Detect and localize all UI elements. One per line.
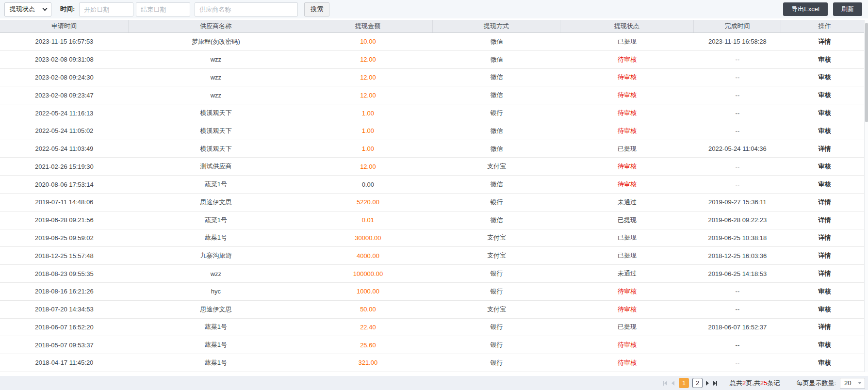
page-button-2[interactable]: 2: [692, 378, 703, 388]
action-link[interactable]: 审核: [781, 301, 868, 318]
cell-supplier: wzz: [129, 69, 303, 86]
cell-amount: 12.00: [303, 86, 433, 104]
cell-supplier: 思途伊文思: [129, 301, 303, 318]
action-link[interactable]: 审核: [781, 176, 868, 193]
action-link[interactable]: 审核: [781, 354, 868, 372]
action-link[interactable]: 审核: [781, 158, 868, 175]
cell-apply-time: 2018-12-25 15:57:48: [0, 247, 129, 264]
cell-supplier: 蔬菜1号: [129, 211, 303, 229]
page-buttons: 12: [679, 378, 706, 388]
action-link[interactable]: 审核: [781, 104, 868, 122]
column-header-finish-time: 完成时间: [694, 20, 781, 32]
action-link[interactable]: 详情: [781, 140, 868, 158]
table-row: 2022-05-24 11:05:02横溪观天下1.00微信待审核--审核: [0, 122, 868, 140]
table-row: 2018-06-07 16:52:20蔬菜1号22.40银行已提现2018-06…: [0, 319, 868, 337]
end-date-input[interactable]: [136, 2, 190, 16]
cell-amount: 0.01: [303, 211, 433, 229]
cell-apply-time: 2019-06-28 09:21:56: [0, 211, 129, 229]
action-link[interactable]: 详情: [781, 265, 868, 282]
cell-apply-time: 2018-05-07 09:53:37: [0, 336, 129, 354]
table-row: 2023-02-08 09:24:30wzz12.00微信待审核--审核: [0, 69, 868, 87]
cell-amount: 12.00: [303, 69, 433, 86]
action-link[interactable]: 审核: [781, 283, 868, 300]
table-row: 2019-06-25 09:59:02蔬菜1号30000.00支付宝已提现201…: [0, 229, 868, 247]
cell-method: 支付宝: [433, 158, 560, 175]
last-page-icon[interactable]: [713, 381, 717, 386]
action-link[interactable]: 详情: [781, 33, 868, 50]
action-link[interactable]: 审核: [781, 86, 868, 104]
cell-status: 未通过: [560, 265, 694, 282]
page-button-1[interactable]: 1: [679, 378, 689, 388]
pagination-bar: 12 总共2页,共25条记 每页显示数量: 20: [0, 376, 868, 390]
cell-method: 支付宝: [433, 301, 560, 318]
prev-page-icon[interactable]: [671, 381, 674, 386]
next-page-icon[interactable]: [706, 381, 709, 386]
cell-supplier: 蔬菜1号: [129, 336, 303, 354]
cell-supplier: 测试供应商: [129, 158, 303, 175]
action-link[interactable]: 详情: [781, 319, 868, 336]
cell-status: 未通过: [560, 194, 694, 211]
cell-status: 已提现: [560, 140, 694, 158]
page-size-select[interactable]: 20: [840, 378, 865, 389]
cell-finish-time: --: [694, 301, 781, 318]
table-header: 申请时间 供应商名称 提现金额 提现方式 提现状态 完成时间 操作: [0, 20, 868, 33]
cell-status: 待审核: [560, 122, 694, 140]
status-filter-select[interactable]: 提现状态: [4, 2, 51, 16]
cell-method: 微信: [433, 86, 560, 104]
cell-status: 已提现: [560, 247, 694, 264]
cell-finish-time: 2023-11-15 16:58:28: [694, 33, 781, 50]
summary-prefix: 总共: [730, 379, 742, 387]
cell-supplier: 横溪观天下: [129, 104, 303, 122]
scrollbar-thumb[interactable]: [865, 23, 868, 122]
cell-amount: 12.00: [303, 158, 433, 175]
cell-status: 待审核: [560, 86, 694, 104]
cell-amount: 0.00: [303, 176, 433, 193]
cell-supplier: 梦旅程(勿改密码): [129, 33, 303, 50]
cell-method: 银行: [433, 336, 560, 354]
cell-supplier: 思途伊文思: [129, 194, 303, 211]
start-date-input[interactable]: [79, 2, 133, 16]
cell-amount: 50.00: [303, 301, 433, 318]
cell-apply-time: 2019-06-25 09:59:02: [0, 229, 129, 247]
page-size-label: 每页显示数量:: [796, 379, 836, 388]
cell-status: 待审核: [560, 158, 694, 175]
cell-finish-time: 2022-05-24 11:04:36: [694, 140, 781, 158]
action-link[interactable]: 详情: [781, 194, 868, 211]
action-link[interactable]: 审核: [781, 69, 868, 86]
scrollbar-track[interactable]: [864, 20, 868, 372]
cell-supplier: 蔬菜1号: [129, 176, 303, 193]
refresh-button[interactable]: 刷新: [833, 2, 862, 16]
supplier-name-input[interactable]: [195, 2, 298, 16]
first-page-icon[interactable]: [663, 381, 667, 386]
action-link[interactable]: 详情: [781, 211, 868, 229]
cell-method: 银行: [433, 265, 560, 282]
action-link[interactable]: 审核: [781, 336, 868, 354]
search-button[interactable]: 搜索: [304, 2, 329, 16]
filter-toolbar: 提现状态 时间: 搜索 导出Excel 刷新: [0, 0, 868, 18]
cell-amount: 1000.00: [303, 283, 433, 300]
cell-amount: 100000.00: [303, 265, 433, 282]
table-row: 2018-12-25 15:57:48九寨沟旅游4000.00支付宝已提现201…: [0, 247, 868, 265]
cell-status: 已提现: [560, 319, 694, 336]
cell-amount: 30000.00: [303, 229, 433, 247]
cell-amount: 4000.00: [303, 247, 433, 264]
cell-apply-time: 2023-11-15 16:57:53: [0, 33, 129, 50]
cell-method: 微信: [433, 33, 560, 50]
table-row: 2020-08-06 17:53:14蔬菜1号0.00微信待审核--审核: [0, 176, 868, 194]
action-link[interactable]: 审核: [781, 51, 868, 68]
cell-method: 银行: [433, 319, 560, 336]
cell-finish-time: --: [694, 336, 781, 354]
export-excel-button[interactable]: 导出Excel: [783, 2, 828, 16]
action-link[interactable]: 审核: [781, 122, 868, 140]
action-link[interactable]: 详情: [781, 247, 868, 264]
time-label: 时间:: [60, 5, 75, 14]
cell-apply-time: 2022-05-24 11:05:02: [0, 122, 129, 140]
cell-supplier: 九寨沟旅游: [129, 247, 303, 264]
cell-amount: 10.00: [303, 33, 433, 50]
action-link[interactable]: 详情: [781, 229, 868, 247]
column-header-supplier: 供应商名称: [129, 20, 303, 32]
withdrawal-management-page: 提现状态 时间: 搜索 导出Excel 刷新 申请时间 供应商名称 提现金额 提…: [0, 0, 868, 390]
cell-status: 待审核: [560, 354, 694, 372]
cell-finish-time: --: [694, 176, 781, 193]
cell-amount: 321.00: [303, 354, 433, 372]
